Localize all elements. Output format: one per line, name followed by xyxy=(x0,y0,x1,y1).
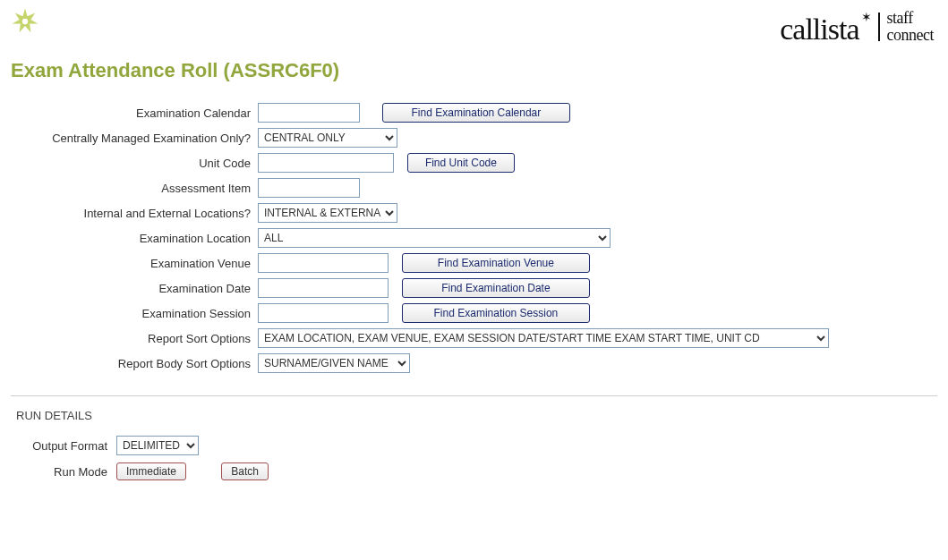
brand-connect: connect xyxy=(887,27,934,44)
int-ext-select[interactable]: INTERNAL & EXTERNAL xyxy=(258,203,397,223)
find-exam-venue-button[interactable]: Find Examination Venue xyxy=(402,253,590,273)
brand-right: staff connect xyxy=(887,10,934,44)
page-title: Exam Attendance Roll (ASSRC6F0) xyxy=(11,59,937,82)
report-sort-label: Report Sort Options xyxy=(11,326,254,351)
brand-staff: staff xyxy=(887,10,934,27)
assessment-item-label: Assessment Item xyxy=(11,175,254,200)
exam-calendar-label: Examination Calendar xyxy=(11,100,254,125)
exam-location-select[interactable]: ALL xyxy=(258,228,611,248)
run-immediate-button[interactable]: Immediate xyxy=(116,462,186,480)
output-format-select[interactable]: DELIMITED xyxy=(116,436,199,455)
run-batch-button[interactable]: Batch xyxy=(221,462,269,480)
body-sort-select[interactable]: SURNAME/GIVEN NAME xyxy=(258,353,410,373)
central-only-select[interactable]: CENTRAL ONLY xyxy=(258,128,397,148)
run-details-heading: RUN DETAILS xyxy=(16,409,937,422)
exam-location-label: Examination Location xyxy=(11,225,254,250)
unit-code-input[interactable] xyxy=(258,153,394,173)
exam-date-label: Examination Date xyxy=(11,276,254,301)
unit-code-label: Unit Code xyxy=(11,150,254,175)
svg-point-0 xyxy=(22,19,28,24)
brand-star-icon: ✶ xyxy=(861,11,871,24)
exam-calendar-input[interactable] xyxy=(258,103,360,123)
exam-session-input[interactable] xyxy=(258,303,389,323)
exam-venue-input[interactable] xyxy=(258,253,389,273)
int-ext-label: Internal and External Locations? xyxy=(11,200,254,225)
exam-venue-label: Examination Venue xyxy=(11,250,254,276)
find-exam-date-button[interactable]: Find Examination Date xyxy=(402,278,590,298)
find-exam-calendar-button[interactable]: Find Examination Calendar xyxy=(382,103,570,123)
output-format-label: Output Format xyxy=(13,433,111,458)
exam-date-input[interactable] xyxy=(258,278,389,298)
find-unit-code-button[interactable]: Find Unit Code xyxy=(407,153,515,173)
assessment-item-input[interactable] xyxy=(258,178,360,198)
star-icon xyxy=(11,7,39,39)
brand-area: callista✶ staff connect xyxy=(780,7,937,47)
brand-callista: callista✶ xyxy=(780,7,868,47)
central-only-label: Centrally Managed Examination Only? xyxy=(11,125,254,150)
brand-divider xyxy=(878,13,880,41)
exam-session-label: Examination Session xyxy=(11,301,254,326)
body-sort-label: Report Body Sort Options xyxy=(11,351,254,376)
brand-callista-text: callista xyxy=(780,13,858,46)
run-mode-label: Run Mode xyxy=(13,460,111,483)
section-divider xyxy=(11,395,937,396)
report-sort-select[interactable]: EXAM LOCATION, EXAM VENUE, EXAM SESSION … xyxy=(258,328,829,348)
find-exam-session-button[interactable]: Find Examination Session xyxy=(402,303,590,323)
